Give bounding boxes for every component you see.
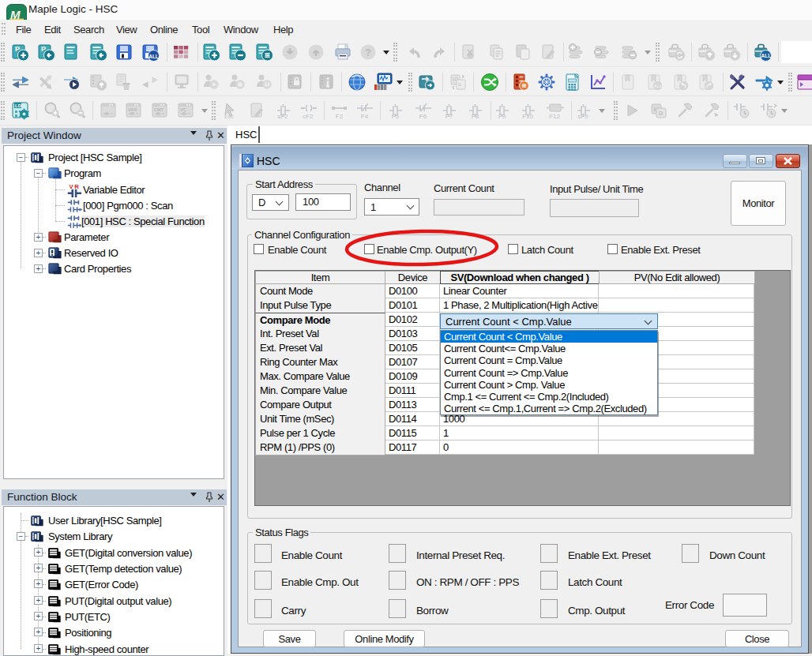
svg-text:IL: IL: [458, 82, 462, 87]
svg-text:F12: F12: [549, 113, 560, 120]
svg-text:ALL: ALL: [654, 84, 663, 88]
svg-text:cF2: cF2: [303, 113, 314, 120]
svg-text:F6: F6: [419, 113, 427, 120]
svg-text:F9: F9: [498, 113, 506, 120]
svg-text:F4: F4: [361, 113, 369, 120]
svg-text:F5: F5: [392, 113, 400, 120]
svg-text:F8: F8: [472, 113, 479, 120]
svg-text:V: V: [69, 183, 73, 190]
svg-text:VC: VC: [180, 107, 186, 112]
svg-text:ALL: ALL: [761, 53, 772, 58]
svg-text:LD: LD: [15, 103, 22, 108]
svg-text:F2: F2: [336, 113, 344, 120]
svg-text:CMT: CMT: [154, 107, 164, 112]
svg-text:R: R: [74, 183, 79, 190]
svg-text:sF2: sF2: [277, 113, 288, 120]
svg-text:?: ?: [365, 47, 371, 58]
svg-text:Esc: Esc: [224, 114, 234, 119]
svg-text:D: D: [659, 111, 663, 116]
svg-text:F10: F10: [522, 113, 533, 120]
svg-text:ALL: ALL: [148, 54, 159, 59]
svg-text:F7: F7: [445, 113, 453, 120]
svg-text:VAR: VAR: [128, 107, 137, 112]
svg-text:sF9: sF9: [577, 113, 588, 120]
